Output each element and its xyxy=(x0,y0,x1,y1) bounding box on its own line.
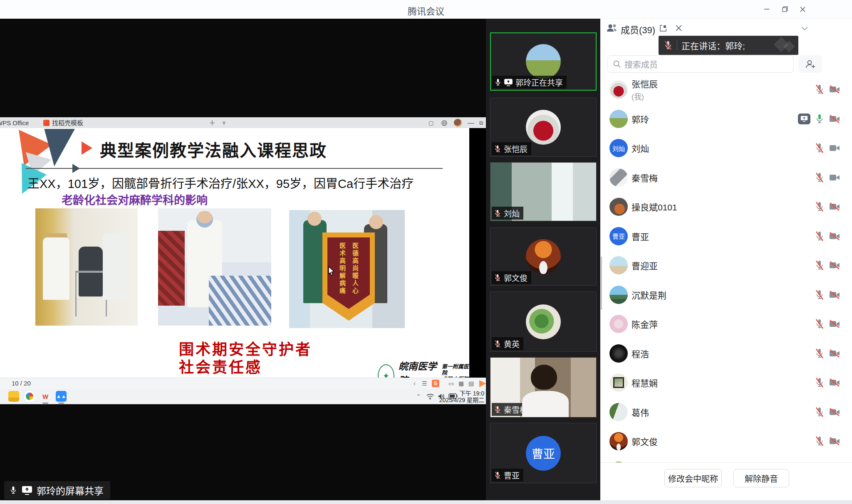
video-tile[interactable]: 郭玲正在共享 xyxy=(490,32,597,91)
wps-minimize-icon[interactable]: — xyxy=(468,117,474,128)
unmute-button[interactable]: 解除静音 xyxy=(733,469,789,487)
member-list-scrollbar[interactable] xyxy=(601,257,602,310)
wps-tab-bar: WPS Office 找稻壳模板 P 临床麻醉学课程思政集体备课 ＋ ∨ ▢ —… xyxy=(0,117,486,128)
participant-avatar xyxy=(526,44,561,79)
tab-wps-office[interactable]: WPS Office xyxy=(0,117,29,128)
file-explorer-icon[interactable] xyxy=(8,391,19,402)
member-row[interactable]: 程浩 xyxy=(600,339,852,368)
wps-restore-icon[interactable]: ⧉ xyxy=(479,117,483,128)
mic-muted-icon xyxy=(494,145,501,153)
status-read-view-icon[interactable]: ▤ xyxy=(468,378,474,389)
member-name: 刘灿 xyxy=(632,142,649,154)
video-tile[interactable]: 张恺辰 xyxy=(490,98,597,157)
browser-icon[interactable] xyxy=(24,391,35,402)
window-title: 腾讯会议 xyxy=(408,4,444,17)
mic-muted-icon xyxy=(494,274,501,282)
member-row[interactable]: 郭文俊 xyxy=(600,427,852,456)
participant-avatar xyxy=(526,304,561,339)
video-thumbnail-strip[interactable]: 郭玲正在共享 张恺辰 刘灿 郭文俊 黄英 秦雪梅 xyxy=(486,19,600,500)
wps-layout-icon[interactable]: ▢ xyxy=(428,117,433,128)
wps-status-bar: 10 / 20 ‹ ☰ S ▭ ▦ ▤ xyxy=(0,378,486,389)
member-row[interactable]: 操良斌0101 xyxy=(600,192,852,221)
participant-avatar xyxy=(526,110,561,145)
mic-muted-icon xyxy=(815,172,825,183)
member-row[interactable]: 秦雪梅 xyxy=(600,163,852,192)
video-tile[interactable]: 曹亚 曹亚 xyxy=(490,423,597,483)
member-avatar xyxy=(609,198,628,216)
member-name: 程浩 xyxy=(632,347,649,360)
member-name: 郭玲 xyxy=(632,113,649,125)
member-avatar xyxy=(609,286,628,304)
member-name: 陈金萍 xyxy=(632,318,658,330)
wps-app-icon[interactable]: W xyxy=(40,391,51,402)
restore-button[interactable] xyxy=(779,3,791,15)
camera-off-icon xyxy=(829,85,840,94)
tencent-meeting-app-icon[interactable]: ▲▲ xyxy=(56,391,67,402)
member-row[interactable]: 陈金萍 xyxy=(600,309,852,338)
toast-divider xyxy=(677,40,677,50)
member-avatar xyxy=(609,80,628,99)
member-name: 曹亚 xyxy=(632,230,649,242)
member-row[interactable]: 葛伟 xyxy=(600,398,852,427)
member-row[interactable]: 曹迎亚 xyxy=(600,251,852,280)
wifi-icon[interactable] xyxy=(426,393,434,400)
status-prev-icon[interactable]: ‹ xyxy=(414,378,416,389)
member-row[interactable]: 程慧娴 xyxy=(600,368,852,397)
popout-panel-icon[interactable] xyxy=(659,25,667,32)
member-name: 程慧娴 xyxy=(632,376,658,389)
member-row[interactable] xyxy=(600,456,852,463)
tab-list-chevron[interactable]: ∨ xyxy=(222,117,226,128)
hospital-sub1: 第一附属医院 xyxy=(442,363,469,376)
video-tile[interactable]: 黄英 xyxy=(490,292,597,352)
person-add-icon xyxy=(805,59,816,69)
wps-account-avatar[interactable] xyxy=(453,119,462,127)
slide-title: 典型案例教学法融入课程思政 xyxy=(100,137,327,161)
slideshow-play-icon[interactable] xyxy=(479,380,486,387)
rename-button[interactable]: 修改会中昵称 xyxy=(664,469,722,487)
new-tab-button[interactable]: ＋ xyxy=(209,117,215,128)
member-row[interactable]: 曹亚 曹亚 xyxy=(600,222,852,251)
member-row[interactable]: 刘灿 刘灿 xyxy=(600,133,852,163)
add-member-button[interactable] xyxy=(799,55,822,73)
member-avatar xyxy=(609,432,628,450)
taskbar-clock[interactable]: 下午 19:0 2025/4/29 星期二 xyxy=(434,390,484,403)
close-button[interactable] xyxy=(796,3,809,15)
video-tile-name: 张恺辰 xyxy=(504,143,528,154)
member-name: 操良斌0101 xyxy=(632,200,677,213)
mic-muted-icon xyxy=(815,377,825,388)
presentation-slide: 典型案例教学法融入课程思政 王XX，101岁，因髋部骨折行手术治疗/张XX，95… xyxy=(0,128,469,378)
minimize-button[interactable] xyxy=(760,3,773,15)
status-grid-view-icon[interactable]: ▦ xyxy=(458,378,464,389)
member-search-input[interactable]: 搜索成员 xyxy=(607,55,794,73)
member-name: 曹迎亚 xyxy=(632,259,658,272)
member-row[interactable]: 张恺辰 (我) xyxy=(600,75,852,104)
close-panel-icon[interactable] xyxy=(675,25,682,32)
member-row[interactable]: 沉默是荆 xyxy=(600,280,852,309)
member-avatar xyxy=(609,403,628,421)
member-list[interactable]: 张恺辰 (我) 郭玲 刘灿 刘灿 秦雪梅 操良斌0101 xyxy=(600,75,852,462)
mic-muted-icon xyxy=(815,84,825,95)
video-tile-label: 黄英 xyxy=(492,337,523,350)
banner-text-left: 医德高尚暖人心 xyxy=(351,242,359,309)
mic-muted-icon xyxy=(815,348,825,359)
share-badge-text: 郭玲的屏幕共享 xyxy=(37,483,104,497)
member-name: 郭文俊 xyxy=(632,435,658,447)
restore-icon xyxy=(782,6,788,12)
camera-on-icon xyxy=(829,143,840,153)
video-tile[interactable]: 秦雪梅 xyxy=(490,357,597,418)
screenshot-tool-icon[interactable]: S xyxy=(432,380,439,387)
collapse-panel-chevron-icon[interactable] xyxy=(801,26,808,31)
tray-expand-icon[interactable]: ⌃ xyxy=(416,391,421,402)
wps-globe-icon[interactable] xyxy=(441,120,448,126)
status-normal-view-icon[interactable]: ▭ xyxy=(448,378,454,389)
member-row[interactable]: 郭玲 xyxy=(600,104,852,133)
slide-divider xyxy=(26,168,443,169)
screen-share-indicator: 郭玲的屏幕共享 xyxy=(4,481,110,499)
close-icon xyxy=(800,6,806,12)
tab-template[interactable]: 找稻壳模板 xyxy=(43,117,83,128)
search-placeholder: 搜索成员 xyxy=(624,58,658,70)
status-list-icon[interactable]: ☰ xyxy=(422,378,427,389)
video-tile[interactable]: 刘灿 xyxy=(490,162,597,221)
video-tile[interactable]: 郭文俊 xyxy=(490,227,597,286)
speaking-toast-text: 正在讲话：郭玲; xyxy=(681,39,745,52)
